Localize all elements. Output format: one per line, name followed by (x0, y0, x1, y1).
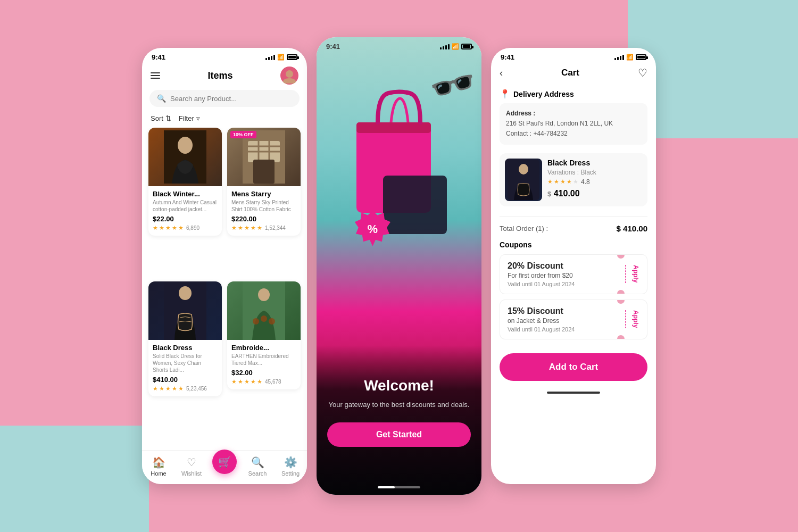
heart-icon: ♡ (187, 456, 196, 469)
cart-icon-btn[interactable]: 🛒 (212, 450, 237, 474)
sort-icon: ⇅ (165, 114, 171, 122)
address-card: Address : 216 St Paul's Rd, London N1 2L… (500, 103, 647, 145)
delivery-section: 📍 Delivery Address Address : 216 St Paul… (491, 85, 656, 149)
svg-point-16 (269, 318, 275, 325)
product-info-3: Black Dress Solid Black Dress for Women,… (148, 340, 222, 396)
list-item[interactable]: 10% OFF Mens Starry (227, 128, 301, 276)
filter-button[interactable]: Filter ▿ (179, 114, 200, 122)
total-label: Total Order (1) : (500, 225, 548, 232)
svg-point-15 (261, 315, 267, 322)
filter-label: Filter (179, 114, 194, 122)
signal-icon-3 (614, 55, 624, 60)
coupon-card-2: 15% Discount on Jacket & Dress Valid unt… (500, 300, 647, 339)
product-reviews-1: 6,890 (186, 225, 200, 231)
product-reviews-4: 45,678 (265, 379, 281, 385)
cart-item-stars: ★★★★★ 4.8 (547, 178, 642, 186)
phones-container: 9:41 📶 Items 🔍 (142, 37, 656, 495)
product-info-2: Mens Starry Mens Starry Sky Printed Shir… (227, 186, 301, 236)
address-value: 216 St Paul's Rd, London N1 2LL, UK (506, 120, 613, 127)
list-item[interactable]: Black Winter... Autumn And Winter Casual… (148, 128, 222, 276)
status-icons-3: 📶 (614, 54, 646, 61)
status-bar-2: 9:41 📶 (317, 37, 481, 53)
nav-setting[interactable]: ⚙️ Setting (277, 456, 304, 477)
get-started-button[interactable]: Get Started (327, 422, 471, 447)
search-nav-icon: 🔍 (251, 456, 264, 469)
list-item[interactable]: Embroide... EARTHEN Embroidered Tiered M… (227, 281, 301, 437)
search-bar[interactable]: 🔍 (149, 90, 300, 107)
percent-badge: % (354, 211, 391, 248)
cart-item-variation: Variations : Black (547, 169, 642, 176)
product-price-3: $410.00 (153, 376, 218, 384)
product-price-4: $32.00 (231, 369, 296, 377)
status-icons-2: 📶 (440, 43, 472, 50)
percent-symbol: % (368, 222, 378, 236)
add-to-cart-button[interactable]: Add to Cart (500, 353, 647, 381)
bg-accent-bottom-left (0, 426, 149, 532)
discount-badge-2: 10% OFF (230, 131, 256, 138)
cart-item-name: Black Dress (547, 159, 642, 167)
search-icon: 🔍 (157, 94, 166, 103)
search-input[interactable] (170, 95, 292, 103)
nav-cart[interactable]: 🛒 (211, 459, 238, 474)
product-desc-4: EARTHEN Embroidered Tiered Max... (231, 353, 296, 367)
svg-point-2 (178, 137, 193, 154)
settings-icon: ⚙️ (284, 456, 297, 469)
list-item[interactable]: Black Dress Solid Black Dress for Women,… (148, 281, 222, 437)
contact-value: +44-784232 (533, 130, 567, 137)
product-info-4: Embroide... EARTHEN Embroidered Tiered M… (227, 340, 301, 389)
coupon-title-1: 20% Discount (508, 261, 625, 271)
status-bar-1: 9:41 📶 (142, 48, 307, 63)
sort-button[interactable]: Sort ⇅ (151, 114, 171, 122)
wifi-icon-3: 📶 (626, 54, 634, 61)
nav-search[interactable]: 🔍 Search (244, 456, 271, 477)
product-price-1: $22.00 (153, 215, 218, 223)
svg-point-11 (179, 286, 192, 300)
coupon-apply-button-1[interactable]: Apply (625, 265, 639, 282)
time-2: 9:41 (326, 43, 340, 51)
cart-item-image (505, 159, 542, 201)
progress-bar (378, 486, 420, 488)
nav-wishlist-label: Wishlist (181, 470, 202, 477)
svg-rect-19 (383, 176, 447, 234)
sort-filter-bar: Sort ⇅ Filter ▿ (142, 112, 307, 128)
location-pin-icon: 📍 (500, 89, 510, 99)
product-desc-2: Mens Starry Sky Printed Shirt 100% Cotto… (231, 199, 296, 213)
back-button[interactable]: ‹ (500, 68, 503, 79)
coupon-sub-1: For first order from $20 (508, 272, 625, 279)
contact-label: Contact : (506, 130, 531, 137)
nav-wishlist[interactable]: ♡ Wishlist (178, 456, 205, 477)
badge-shape: % (354, 211, 391, 248)
avatar[interactable] (280, 66, 298, 85)
coupon-valid-1: Valid until 01 August 2024 (508, 281, 625, 287)
signal-icon-2 (440, 44, 450, 49)
cart-header: ‹ Cart ♡ (491, 63, 656, 85)
product-price-2: $220.00 (231, 215, 296, 223)
cart-item-details: Black Dress Variations : Black ★★★★★ 4.8… (547, 159, 642, 198)
product-reviews-2: 1,52,344 (265, 225, 286, 231)
coupon-apply-button-2[interactable]: Apply (625, 310, 639, 328)
nav-setting-label: Setting (281, 470, 300, 477)
products-grid: Black Winter... Autumn And Winter Casual… (142, 128, 307, 436)
cart-item: Black Dress Variations : Black ★★★★★ 4.8… (500, 153, 647, 206)
product-name-1: Black Winter... (153, 190, 218, 198)
wishlist-heart-icon[interactable]: ♡ (638, 66, 647, 79)
time-1: 9:41 (152, 53, 165, 61)
welcome-title: Welcome! (327, 377, 471, 394)
svg-rect-9 (253, 160, 275, 184)
cart-icon: 🛒 (218, 455, 231, 468)
items-header: Items (142, 63, 307, 90)
coupon-content-2: 15% Discount on Jacket & Dress Valid unt… (508, 306, 625, 332)
product-name-3: Black Dress (153, 344, 218, 352)
delivery-header: 📍 Delivery Address (500, 89, 647, 99)
wifi-icon: 📶 (277, 54, 285, 61)
page-title: Items (207, 70, 232, 81)
nav-home[interactable]: 🏠 Home (145, 456, 172, 477)
wifi-icon-2: 📶 (452, 43, 459, 50)
product-desc-3: Solid Black Dress for Women, Sexy Chain … (153, 353, 218, 373)
menu-icon[interactable] (151, 72, 160, 79)
coupon-notch-top-2 (617, 300, 625, 304)
product-stars-4: ★★★★★ 45,678 (231, 378, 296, 385)
coupon-notch-bottom-1 (617, 290, 625, 294)
delivery-title: Delivery Address (513, 90, 574, 98)
sort-label: Sort (151, 114, 163, 122)
